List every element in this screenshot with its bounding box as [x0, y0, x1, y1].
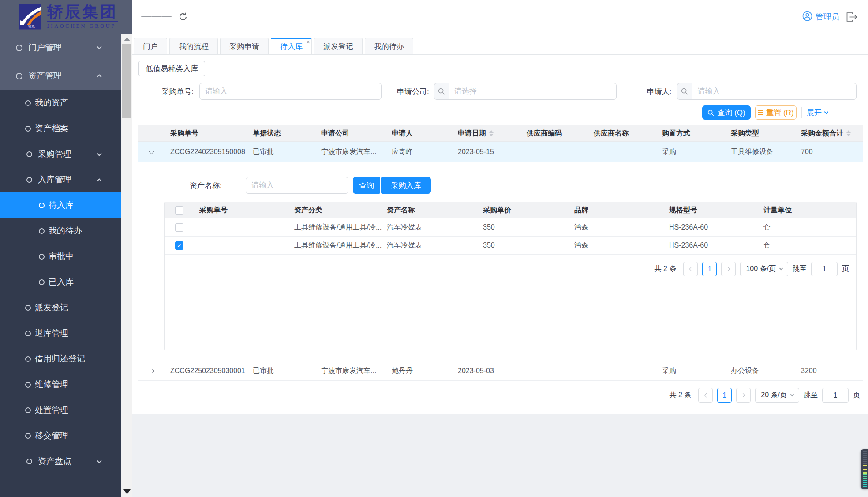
prev-page-button[interactable] — [698, 388, 713, 403]
tab-label: 待入库 — [280, 41, 303, 52]
sidebar-item-purchase-mgmt[interactable]: 采购管理 — [0, 141, 121, 167]
circle-icon — [26, 459, 32, 464]
jump-page-input[interactable] — [822, 388, 849, 403]
scrollbar-thumb[interactable] — [122, 44, 131, 118]
sidebar-item-asset-archive[interactable]: 资产档案 — [0, 116, 121, 141]
detail-table-header: 采购单号 资产分类 资产名称 采购单价 品牌 规格型号 计量单位 — [165, 202, 856, 218]
col-supplier-name: 供应商名称 — [591, 129, 659, 138]
asset-name-input[interactable] — [246, 177, 348, 194]
tab-pending-inbound[interactable]: 待入库 — [271, 38, 312, 54]
prev-page-button[interactable] — [683, 262, 698, 276]
circle-icon — [16, 73, 22, 79]
sidebar-item-transfer-mgmt[interactable]: 移交管理 — [0, 423, 121, 448]
search-icon[interactable] — [677, 83, 692, 100]
next-page-button[interactable] — [721, 262, 736, 276]
tab-dispatch-register[interactable]: 派发登记 — [314, 38, 363, 54]
col-brand: 品牌 — [572, 206, 666, 215]
category-chip[interactable]: 低值易耗类入库 — [138, 61, 205, 76]
collapse-row-button[interactable] — [138, 150, 168, 154]
sort-icon[interactable] — [489, 130, 494, 137]
col-amount: 采购金额合计 — [798, 129, 863, 138]
menu-collapse-icon[interactable] — [141, 14, 172, 19]
sidebar-item-return-mgmt[interactable]: 退库管理 — [0, 320, 121, 346]
sidebar-scrollbar[interactable] — [121, 34, 132, 497]
row-checkbox[interactable] — [175, 241, 183, 250]
cell-status: 已审批 — [250, 366, 318, 376]
cell-date: 2023-05-03 — [455, 367, 524, 375]
circle-icon — [26, 151, 32, 157]
expanded-detail: 资产名称: 查询 采购入库 采购单号 资产分类 资产名称 采购单价 — [138, 177, 863, 350]
purchase-inbound-button[interactable]: 采购入库 — [381, 177, 431, 194]
tab-portal[interactable]: 门户 — [134, 38, 167, 54]
user-name[interactable]: 管理员 — [816, 11, 839, 22]
sidebar-item-portal-mgmt[interactable]: 门户管理 — [0, 34, 121, 62]
floating-meter-widget[interactable] — [861, 449, 868, 489]
workspace: 低值易耗类入库 采购单号: 申请公司: 申请人 — [132, 55, 868, 497]
next-page-button[interactable] — [736, 388, 751, 403]
detail-query-button[interactable]: 查询 — [353, 177, 380, 194]
sort-icon[interactable] — [846, 130, 851, 137]
close-icon[interactable] — [306, 38, 310, 45]
sidebar-item-dispatch-register[interactable]: 派发登记 — [0, 295, 121, 320]
col-type: 采购类型 — [728, 129, 798, 138]
brand-name: 轿辰集团 — [47, 4, 118, 20]
page-size-select[interactable]: 20 条/页 — [755, 388, 799, 403]
tab-my-flow[interactable]: 我的流程 — [169, 38, 218, 54]
detail-row[interactable]: 工具维修设备/通用工具/冷... 汽车冷媒表 350 鸿森 HS-236A-60… — [165, 218, 856, 237]
tab-my-todo[interactable]: 我的待办 — [365, 38, 413, 54]
select-all-checkbox[interactable] — [175, 206, 183, 215]
col-model: 规格型号 — [666, 206, 761, 215]
circle-icon — [25, 126, 31, 132]
reset-button[interactable]: 重置 (R) — [755, 105, 797, 120]
sidebar-item-repair-mgmt[interactable]: 维修管理 — [0, 372, 121, 397]
page-unit-label: 页 — [842, 264, 849, 274]
expand-row-button[interactable] — [138, 369, 168, 373]
cell-applicant: 应奇峰 — [389, 147, 455, 157]
main-area: 管理员 门户 我的流程 采购申请 待入库 派发登记 我的待办 — [132, 0, 868, 497]
company-input[interactable] — [449, 83, 617, 100]
sidebar-item-pending-inbound[interactable]: 待入库 — [0, 192, 121, 218]
action-row: 查询 (Q) 重置 (R) 展开 — [138, 105, 863, 120]
refresh-icon[interactable] — [178, 12, 188, 22]
search-button[interactable]: 查询 (Q) — [702, 105, 751, 120]
table-row[interactable]: ZCCG22502305030001 已审批 宁波市康发汽车... 鲍丹丹 20… — [138, 361, 863, 381]
asset-name-label: 资产名称: — [190, 181, 228, 191]
page-number-button[interactable]: 1 — [717, 388, 732, 403]
expand-filters-link[interactable]: 展开 — [807, 108, 828, 118]
cell-unit-price: 350 — [480, 241, 572, 249]
applicant-input[interactable] — [692, 83, 857, 100]
detail-row[interactable]: 工具维修设备/通用工具/冷... 汽车冷媒表 350 鸿森 HS-236A-60… — [165, 237, 856, 255]
search-icon[interactable] — [434, 83, 449, 100]
chevron-down-icon — [97, 458, 101, 463]
sidebar-item-my-todo[interactable]: 我的待办 — [0, 218, 121, 244]
sidebar-item-label: 已入库 — [49, 276, 74, 288]
purchase-no-input[interactable] — [199, 83, 382, 100]
triangle-up-icon — [124, 37, 130, 41]
sidebar-item-disposal-mgmt[interactable]: 处置管理 — [0, 397, 121, 423]
sidebar-item-inbound-mgmt[interactable]: 入库管理 — [0, 167, 121, 192]
jump-label: 跳至 — [793, 264, 807, 274]
chevron-left-icon — [689, 267, 693, 271]
sidebar-item-label: 待入库 — [49, 200, 74, 211]
sidebar-item-my-assets[interactable]: 我的资产 — [0, 90, 121, 116]
page-size-select[interactable]: 100 条/页 — [740, 262, 788, 276]
sidebar-item-asset-mgmt[interactable]: 资产管理 — [0, 62, 121, 90]
sidebar-item-approving[interactable]: 审批中 — [0, 244, 121, 269]
scroll-up-button[interactable] — [121, 34, 132, 44]
sidebar-item-label: 入库管理 — [38, 174, 71, 185]
row-checkbox[interactable] — [175, 223, 183, 232]
sidebar-item-inbound-done[interactable]: 已入库 — [0, 269, 121, 295]
scroll-down-button[interactable] — [121, 486, 132, 497]
page-number-button[interactable]: 1 — [702, 262, 717, 276]
chevron-down-icon — [97, 44, 101, 49]
sidebar-item-asset-inventory[interactable]: 资产盘点 — [0, 448, 121, 474]
sidebar-item-label: 我的待办 — [49, 225, 82, 237]
table-header: 采购单号 单据状态 申请公司 申请人 申请日期 供应商编码 供应商名称 购置方式… — [138, 125, 863, 142]
tab-label: 派发登记 — [323, 41, 353, 52]
tab-purchase-request[interactable]: 采购申请 — [220, 38, 269, 54]
jump-page-input[interactable] — [811, 262, 838, 276]
table-row[interactable]: ZCCG22402305150008 已审批 宁波市康发汽车... 应奇峰 20… — [138, 142, 863, 162]
lines-icon — [758, 110, 763, 115]
sidebar-item-borrow-return[interactable]: 借用归还登记 — [0, 346, 121, 372]
logout-icon[interactable] — [846, 12, 857, 22]
